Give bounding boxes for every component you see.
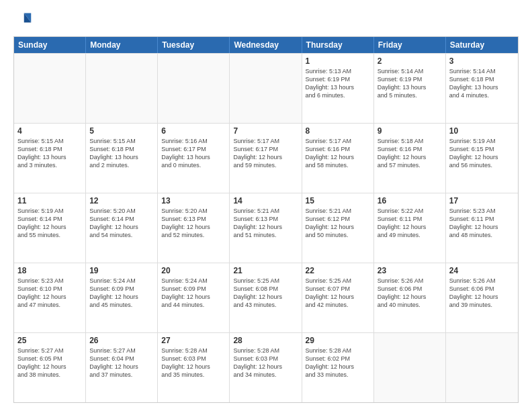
header-day-saturday: Saturday	[446, 37, 518, 53]
day-info: Sunrise: 5:19 AM Sunset: 6:14 PM Dayligh…	[17, 207, 82, 240]
day-number: 7	[233, 126, 298, 136]
day-number: 4	[17, 126, 82, 136]
day-number: 12	[89, 196, 154, 205]
day-info: Sunrise: 5:23 AM Sunset: 6:10 PM Dayligh…	[17, 277, 82, 310]
day-info: Sunrise: 5:21 AM Sunset: 6:12 PM Dayligh…	[306, 207, 370, 240]
day-info: Sunrise: 5:25 AM Sunset: 6:08 PM Dayligh…	[233, 277, 298, 310]
calendar-cell-23: 23Sunrise: 5:26 AM Sunset: 6:06 PM Dayli…	[374, 263, 446, 332]
calendar-cell-2: 2Sunrise: 5:14 AM Sunset: 6:19 PM Daylig…	[374, 54, 446, 123]
day-info: Sunrise: 5:23 AM Sunset: 6:11 PM Dayligh…	[449, 207, 515, 240]
day-number: 15	[306, 196, 370, 205]
header-day-friday: Friday	[374, 37, 446, 53]
day-info: Sunrise: 5:27 AM Sunset: 6:05 PM Dayligh…	[17, 347, 82, 379]
calendar-cell-21: 21Sunrise: 5:25 AM Sunset: 6:08 PM Dayli…	[230, 263, 302, 332]
day-info: Sunrise: 5:25 AM Sunset: 6:07 PM Dayligh…	[306, 277, 370, 310]
day-info: Sunrise: 5:17 AM Sunset: 6:16 PM Dayligh…	[306, 137, 370, 170]
calendar-cell-11: 11Sunrise: 5:19 AM Sunset: 6:14 PM Dayli…	[14, 193, 86, 263]
calendar-row-2: 11Sunrise: 5:19 AM Sunset: 6:14 PM Dayli…	[14, 193, 518, 263]
calendar-cell-4: 4Sunrise: 5:15 AM Sunset: 6:18 PM Daylig…	[14, 124, 86, 193]
calendar-row-3: 18Sunrise: 5:23 AM Sunset: 6:10 PM Dayli…	[14, 263, 518, 332]
calendar-cell-empty	[14, 54, 86, 123]
day-number: 10	[449, 126, 515, 136]
day-info: Sunrise: 5:28 AM Sunset: 6:03 PM Dayligh…	[233, 347, 298, 379]
header	[13, 11, 519, 30]
header-day-thursday: Thursday	[302, 37, 374, 53]
calendar-cell-1: 1Sunrise: 5:13 AM Sunset: 6:19 PM Daylig…	[302, 54, 374, 123]
day-number: 29	[306, 336, 370, 345]
day-info: Sunrise: 5:20 AM Sunset: 6:13 PM Dayligh…	[161, 207, 226, 240]
day-info: Sunrise: 5:14 AM Sunset: 6:19 PM Dayligh…	[378, 67, 442, 100]
day-number: 9	[378, 126, 442, 136]
day-number: 6	[161, 126, 226, 136]
day-number: 8	[306, 126, 370, 136]
calendar-row-0: 1Sunrise: 5:13 AM Sunset: 6:19 PM Daylig…	[14, 53, 518, 123]
header-day-monday: Monday	[86, 37, 158, 53]
day-info: Sunrise: 5:24 AM Sunset: 6:09 PM Dayligh…	[89, 277, 154, 310]
day-info: Sunrise: 5:28 AM Sunset: 6:03 PM Dayligh…	[161, 347, 226, 379]
calendar-cell-15: 15Sunrise: 5:21 AM Sunset: 6:12 PM Dayli…	[302, 193, 374, 263]
day-number: 20	[161, 266, 226, 275]
calendar-cell-empty	[374, 333, 446, 402]
calendar-cell-13: 13Sunrise: 5:20 AM Sunset: 6:13 PM Dayli…	[158, 193, 230, 263]
header-day-wednesday: Wednesday	[230, 37, 302, 53]
day-info: Sunrise: 5:16 AM Sunset: 6:17 PM Dayligh…	[161, 137, 226, 170]
calendar-cell-17: 17Sunrise: 5:23 AM Sunset: 6:11 PM Dayli…	[446, 193, 518, 263]
day-number: 2	[378, 56, 442, 66]
day-number: 25	[17, 336, 82, 345]
day-number: 5	[89, 126, 154, 136]
calendar-cell-22: 22Sunrise: 5:25 AM Sunset: 6:07 PM Dayli…	[302, 263, 374, 332]
day-info: Sunrise: 5:26 AM Sunset: 6:06 PM Dayligh…	[378, 277, 442, 310]
day-number: 18	[17, 266, 82, 275]
calendar-header: SundayMondayTuesdayWednesdayThursdayFrid…	[14, 37, 518, 53]
day-number: 21	[233, 266, 298, 275]
day-info: Sunrise: 5:17 AM Sunset: 6:17 PM Dayligh…	[233, 137, 298, 170]
calendar-cell-10: 10Sunrise: 5:19 AM Sunset: 6:15 PM Dayli…	[446, 124, 518, 193]
day-number: 3	[449, 56, 515, 66]
day-info: Sunrise: 5:26 AM Sunset: 6:06 PM Dayligh…	[449, 277, 515, 310]
day-number: 26	[89, 336, 154, 345]
calendar-row-4: 25Sunrise: 5:27 AM Sunset: 6:05 PM Dayli…	[14, 332, 518, 402]
calendar-cell-empty	[158, 54, 230, 123]
calendar-cell-3: 3Sunrise: 5:14 AM Sunset: 6:18 PM Daylig…	[446, 54, 518, 123]
calendar-cell-8: 8Sunrise: 5:17 AM Sunset: 6:16 PM Daylig…	[302, 124, 374, 193]
day-number: 16	[378, 196, 442, 205]
day-number: 19	[89, 266, 154, 275]
calendar-cell-12: 12Sunrise: 5:20 AM Sunset: 6:14 PM Dayli…	[86, 193, 158, 263]
logo	[13, 11, 35, 30]
logo-icon	[13, 11, 32, 30]
day-info: Sunrise: 5:15 AM Sunset: 6:18 PM Dayligh…	[17, 137, 82, 170]
day-info: Sunrise: 5:19 AM Sunset: 6:15 PM Dayligh…	[449, 137, 515, 170]
day-number: 13	[161, 196, 226, 205]
calendar: SundayMondayTuesdayWednesdayThursdayFrid…	[13, 36, 519, 403]
calendar-cell-7: 7Sunrise: 5:17 AM Sunset: 6:17 PM Daylig…	[230, 124, 302, 193]
calendar-cell-28: 28Sunrise: 5:28 AM Sunset: 6:03 PM Dayli…	[230, 333, 302, 402]
day-info: Sunrise: 5:24 AM Sunset: 6:09 PM Dayligh…	[161, 277, 226, 310]
day-number: 27	[161, 336, 226, 345]
calendar-cell-24: 24Sunrise: 5:26 AM Sunset: 6:06 PM Dayli…	[446, 263, 518, 332]
calendar-cell-6: 6Sunrise: 5:16 AM Sunset: 6:17 PM Daylig…	[158, 124, 230, 193]
day-info: Sunrise: 5:27 AM Sunset: 6:04 PM Dayligh…	[89, 347, 154, 379]
calendar-cell-empty	[230, 54, 302, 123]
day-number: 11	[17, 196, 82, 205]
calendar-row-1: 4Sunrise: 5:15 AM Sunset: 6:18 PM Daylig…	[14, 123, 518, 193]
calendar-cell-27: 27Sunrise: 5:28 AM Sunset: 6:03 PM Dayli…	[158, 333, 230, 402]
day-info: Sunrise: 5:20 AM Sunset: 6:14 PM Dayligh…	[89, 207, 154, 240]
calendar-cell-20: 20Sunrise: 5:24 AM Sunset: 6:09 PM Dayli…	[158, 263, 230, 332]
calendar-cell-14: 14Sunrise: 5:21 AM Sunset: 6:13 PM Dayli…	[230, 193, 302, 263]
calendar-cell-25: 25Sunrise: 5:27 AM Sunset: 6:05 PM Dayli…	[14, 333, 86, 402]
header-day-tuesday: Tuesday	[158, 37, 230, 53]
header-day-sunday: Sunday	[14, 37, 86, 53]
day-number: 23	[378, 266, 442, 275]
calendar-cell-5: 5Sunrise: 5:15 AM Sunset: 6:18 PM Daylig…	[86, 124, 158, 193]
calendar-cell-26: 26Sunrise: 5:27 AM Sunset: 6:04 PM Dayli…	[86, 333, 158, 402]
calendar-cell-18: 18Sunrise: 5:23 AM Sunset: 6:10 PM Dayli…	[14, 263, 86, 332]
calendar-cell-16: 16Sunrise: 5:22 AM Sunset: 6:11 PM Dayli…	[374, 193, 446, 263]
day-info: Sunrise: 5:28 AM Sunset: 6:02 PM Dayligh…	[306, 347, 370, 379]
page: SundayMondayTuesdayWednesdayThursdayFrid…	[0, 0, 532, 411]
calendar-cell-29: 29Sunrise: 5:28 AM Sunset: 6:02 PM Dayli…	[302, 333, 374, 402]
day-info: Sunrise: 5:18 AM Sunset: 6:16 PM Dayligh…	[378, 137, 442, 170]
calendar-body: 1Sunrise: 5:13 AM Sunset: 6:19 PM Daylig…	[14, 53, 518, 402]
calendar-cell-empty	[446, 333, 518, 402]
day-info: Sunrise: 5:22 AM Sunset: 6:11 PM Dayligh…	[378, 207, 442, 240]
day-number: 17	[449, 196, 515, 205]
